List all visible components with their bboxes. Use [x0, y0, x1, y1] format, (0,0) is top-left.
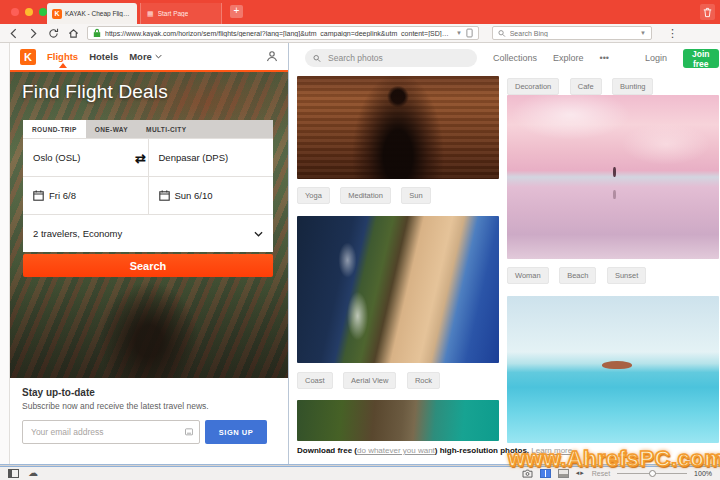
- nav-hotels[interactable]: Hotels: [89, 51, 118, 62]
- home-button[interactable]: [67, 27, 80, 40]
- photo-meditation-silhouette[interactable]: [297, 76, 499, 179]
- tag-coast[interactable]: Coast: [297, 372, 333, 389]
- window-controls: [11, 8, 47, 16]
- tag-yoga[interactable]: Yoga: [297, 187, 330, 204]
- depart-date-label: Fri 6/8: [49, 190, 76, 201]
- kayak-logo[interactable]: K: [20, 49, 36, 65]
- chevron-down-icon: [155, 54, 162, 59]
- tab-start-page-title: Start Page: [158, 10, 189, 17]
- search-engine-icon[interactable]: [498, 29, 506, 38]
- photo-aerial-beach-cliff[interactable]: [297, 216, 499, 363]
- kayak-header: K Flights Hotels More: [10, 43, 288, 70]
- tag-rock[interactable]: Rock: [407, 372, 440, 389]
- reload-button[interactable]: [47, 27, 60, 40]
- search-engine-field[interactable]: ▼: [492, 26, 652, 40]
- footer-text-1: Download free (: [297, 446, 357, 455]
- signup-button[interactable]: SIGN UP: [205, 420, 267, 444]
- tag-bunting[interactable]: Bunting: [612, 78, 653, 95]
- flights-active-caret: [59, 63, 67, 68]
- search-engine-caret-icon[interactable]: ▼: [640, 30, 646, 36]
- photo-infinity-pool[interactable]: [507, 296, 719, 443]
- tags-top-row: Decoration Cafe Bunting: [507, 75, 719, 95]
- tag-woman[interactable]: Woman: [507, 267, 549, 284]
- photo-forest-lagoon[interactable]: [297, 400, 499, 441]
- forward-button[interactable]: [27, 27, 40, 40]
- nav-more[interactable]: More: [129, 51, 162, 62]
- home-icon: [68, 28, 79, 39]
- tab-one-way[interactable]: ONE-WAY: [86, 120, 137, 138]
- nav-flights[interactable]: Flights: [47, 51, 78, 62]
- search-button[interactable]: Search: [23, 254, 273, 277]
- do-whatever-link[interactable]: do whatever you want: [357, 446, 435, 455]
- nav-flights-label: Flights: [47, 51, 78, 62]
- new-tab-button[interactable]: +: [230, 5, 243, 18]
- login-link[interactable]: Login: [645, 53, 667, 63]
- destination-field[interactable]: Denpasar (DPS): [149, 139, 274, 176]
- photo-pink-sunset-beach[interactable]: [507, 95, 719, 259]
- tag-cafe[interactable]: Cafe: [570, 78, 602, 95]
- hero-image: Find Flight Deals ROUND-TRIP ONE-WAY MUL…: [10, 70, 288, 378]
- email-input[interactable]: [29, 426, 181, 438]
- search-icon: [313, 54, 321, 63]
- tab-round-trip[interactable]: ROUND-TRIP: [23, 120, 86, 138]
- address-bar[interactable]: https://www.kayak.com/horizon/sem/flight…: [87, 26, 479, 40]
- forward-icon: [30, 28, 37, 39]
- bing-search-input[interactable]: [510, 30, 636, 37]
- tab-kayak[interactable]: K KAYAK - Cheap Flights, Hotel: [47, 3, 137, 24]
- depart-date-field[interactable]: Fri 6/8: [23, 177, 149, 214]
- tab-kayak-title: KAYAK - Cheap Flights, Hotel: [65, 10, 132, 17]
- airports-row: Oslo (OSL) ⇄ Denpasar (DPS): [23, 139, 273, 177]
- browser-toolbar: https://www.kayak.com/horizon/sem/flight…: [0, 24, 720, 43]
- trip-type-tabs: ROUND-TRIP ONE-WAY MULTI-CITY: [23, 120, 273, 138]
- dates-row: Fri 6/8 Sun 6/10: [23, 177, 273, 215]
- close-window-button[interactable]: [11, 8, 19, 16]
- calendar-icon: [159, 190, 170, 201]
- tab-multi-city[interactable]: MULTI-CITY: [137, 120, 195, 138]
- flight-search-form: ROUND-TRIP ONE-WAY MULTI-CITY Oslo (OSL)…: [23, 120, 273, 252]
- back-icon: [10, 28, 17, 39]
- return-date-label: Sun 6/10: [175, 190, 213, 201]
- photo-search-field[interactable]: [305, 49, 477, 67]
- secure-lock-icon: [93, 28, 101, 38]
- tag-beach[interactable]: Beach: [559, 267, 596, 284]
- start-page-icon: ▦: [147, 10, 154, 17]
- origin-field[interactable]: Oslo (OSL): [23, 139, 149, 176]
- nav-collections[interactable]: Collections: [493, 53, 537, 63]
- user-account-button[interactable]: [266, 48, 278, 66]
- travelers-selector[interactable]: 2 travelers, Economy: [23, 215, 273, 252]
- url-dropdown-caret-icon[interactable]: ▼: [456, 30, 462, 36]
- url-text[interactable]: https://www.kayak.com/horizon/sem/flight…: [105, 30, 452, 37]
- panel-toggle-icon[interactable]: [8, 469, 19, 478]
- tag-sun[interactable]: Sun: [401, 187, 430, 204]
- more-menu-icon[interactable]: •••: [600, 53, 609, 63]
- keyboard-icon: [185, 428, 193, 436]
- page-actions-menu-icon[interactable]: ⋮: [667, 27, 678, 40]
- chevron-down-icon: [254, 228, 263, 239]
- photo-search-input[interactable]: [326, 52, 469, 64]
- tag-aerial-view[interactable]: Aerial View: [343, 372, 396, 389]
- minimize-window-button[interactable]: [25, 8, 33, 16]
- tags-photo2-row: Coast Aerial View Rock: [297, 369, 499, 389]
- reader-mode-icon[interactable]: [466, 28, 473, 38]
- panel-gutter: [0, 43, 10, 465]
- reload-icon: [48, 28, 59, 39]
- email-field[interactable]: [22, 420, 200, 444]
- swap-airports-icon[interactable]: ⇄: [133, 150, 148, 165]
- closed-tabs-trash-button[interactable]: [700, 4, 715, 20]
- person-icon: [266, 50, 278, 62]
- newsletter-form: SIGN UP: [22, 420, 276, 444]
- join-free-button[interactable]: Join free: [683, 49, 718, 68]
- unsplash-header: Collections Explore ••• Login Join free: [289, 43, 720, 73]
- tags-photo3-row: Woman Beach Sunset: [507, 264, 719, 284]
- trash-icon: [703, 7, 712, 18]
- tab-start-page[interactable]: ▦ Start Page: [140, 3, 222, 24]
- tag-meditation[interactable]: Meditation: [340, 187, 391, 204]
- tag-sunset[interactable]: Sunset: [607, 267, 646, 284]
- newsletter-title: Stay up-to-date: [22, 387, 276, 398]
- return-date-field[interactable]: Sun 6/10: [149, 177, 274, 214]
- cloud-sync-icon[interactable]: ☁: [28, 468, 38, 478]
- nav-explore[interactable]: Explore: [553, 53, 584, 63]
- back-button[interactable]: [7, 27, 20, 40]
- tag-decoration[interactable]: Decoration: [507, 78, 559, 95]
- zoom-window-button[interactable]: [39, 8, 47, 16]
